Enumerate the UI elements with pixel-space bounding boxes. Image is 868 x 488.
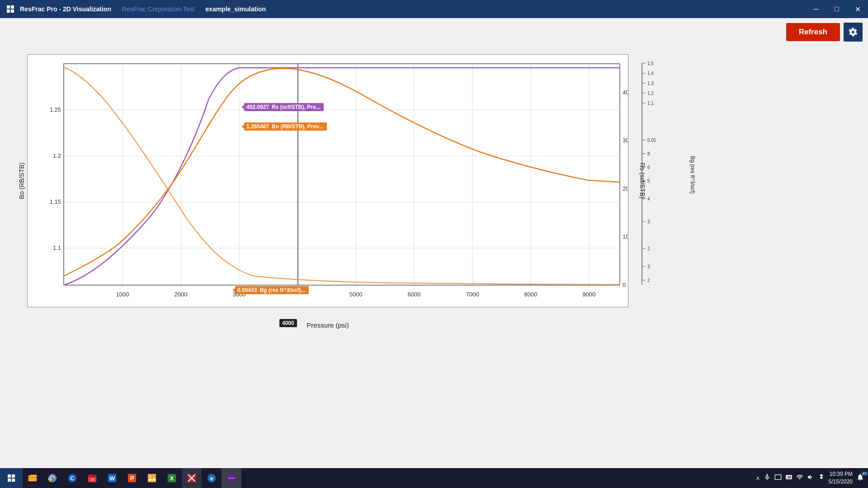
tooltip-rs: 452.0927 Rs (scf/STB), Pre... (244, 103, 324, 111)
svg-text:3: 3 (647, 264, 650, 269)
tray-up-icon[interactable]: ∧ (756, 475, 760, 481)
svg-point-85 (150, 476, 151, 478)
svg-rect-71 (28, 476, 37, 482)
clock-date: 5/15/2020 (829, 478, 853, 486)
svg-text:0: 0 (623, 282, 626, 288)
svg-text:2: 2 (647, 278, 650, 283)
main-content: Refresh Bo (RB/STB) Rs (scf/STB) Pressur… (0, 18, 868, 468)
tooltip-rs-label: Rs (scf/STB), Pre... (272, 104, 320, 110)
svg-text:1.2: 1.2 (53, 152, 61, 159)
refresh-button[interactable]: Refresh (786, 23, 840, 41)
svg-rect-84 (148, 474, 156, 482)
svg-text:200: 200 (623, 185, 628, 192)
svg-text:6: 6 (647, 165, 650, 170)
svg-text:1.25: 1.25 (50, 106, 61, 113)
svg-text:0.01: 0.01 (647, 138, 656, 143)
clock-time: 10:39 PM (829, 470, 853, 478)
taskbar-clock[interactable]: 10:39 PM 5/15/2020 (829, 470, 853, 486)
svg-rect-5 (28, 55, 628, 307)
svg-text:7000: 7000 (466, 291, 479, 298)
taskbar-icon-app1[interactable] (182, 468, 202, 488)
tooltip-bg: 0.00433 Bg (res ft^3/scf)... (235, 286, 309, 294)
app-icon (5, 4, 15, 14)
svg-text:1000: 1000 (116, 291, 129, 298)
svg-text:1.5: 1.5 (647, 61, 654, 66)
tray-screen-icon[interactable] (774, 474, 782, 483)
taskbar: C 26 W P X (0, 468, 868, 488)
svg-text:W: W (109, 475, 115, 482)
taskbar-icon-edge[interactable]: e (202, 468, 222, 488)
svg-text:3: 3 (647, 219, 650, 224)
company-title: ResFrac Corporation-Test (122, 5, 194, 13)
svg-text:300: 300 (623, 137, 628, 144)
taskbar-icon-powerpoint[interactable]: P (122, 468, 142, 488)
tray-wifi-icon[interactable] (796, 474, 803, 483)
svg-rect-1 (11, 5, 14, 9)
notification-badge: 40 (861, 471, 868, 476)
tooltip-bo-label: Bo (RB/STB), Prev... (272, 123, 323, 130)
tooltip-bg-label: Bg (res ft^3/scf)... (259, 287, 305, 293)
svg-rect-69 (8, 479, 11, 482)
taskbar-icon-excel[interactable]: X (162, 468, 182, 488)
y-left-axis-label: Bo (RB/STB) (18, 163, 25, 199)
tooltip-bo-value: 1.265467 (246, 123, 269, 130)
tooltip-bg-value: 0.00433 (237, 287, 257, 293)
svg-text:1.3: 1.3 (647, 81, 654, 86)
svg-text:5: 5 (647, 178, 650, 183)
svg-text:P: P (130, 475, 134, 482)
taskbar-icon-antivirus[interactable]: C (62, 468, 82, 488)
minimize-button[interactable]: ─ (806, 0, 826, 18)
svg-text:2: 2 (647, 246, 650, 251)
svg-text:2000: 2000 (175, 291, 188, 298)
taskbar-icon-word[interactable]: W (102, 468, 122, 488)
svg-rect-67 (8, 474, 11, 478)
y-right2-axis-label: Bg (res ft^3/scf) (689, 156, 696, 194)
taskbar-icon-chrome[interactable] (42, 468, 62, 488)
bg-axis-svg: 1.5 1.4 1.3 1.2 1.1 0.01 8 6 5 4 3 2 3 2 (637, 54, 683, 307)
taskbar-icon-photo[interactable] (142, 468, 162, 488)
start-button[interactable] (0, 468, 23, 488)
tooltip-rs-value: 452.0927 (246, 104, 269, 110)
svg-text:e: e (210, 475, 213, 482)
svg-rect-68 (12, 474, 15, 478)
taskbar-icon-explorer[interactable] (23, 468, 42, 488)
svg-text:8000: 8000 (524, 291, 538, 298)
toolbar: Refresh (786, 23, 863, 42)
taskbar-icon-calendar[interactable]: 26 (82, 468, 102, 488)
chart-svg[interactable]: 1000 2000 3000 5000 6000 7000 8000 9000 … (27, 54, 628, 307)
tray-volume-icon[interactable] (807, 474, 814, 483)
svg-text:1.1: 1.1 (53, 244, 61, 251)
svg-text:X: X (170, 475, 174, 482)
tray-mic-icon[interactable] (764, 474, 771, 483)
taskbar-right: ∧ (756, 470, 868, 486)
tooltip-bo: 1.265467 Bo (RB/STB), Prev... (244, 122, 327, 131)
svg-text:100: 100 (623, 233, 628, 240)
svg-text:8: 8 (647, 151, 650, 156)
svg-text:1.1: 1.1 (647, 101, 654, 106)
simulation-title: example_simulation (205, 5, 266, 13)
crosshair-x-value: 4000 (282, 320, 294, 326)
svg-text:1.15: 1.15 (50, 198, 61, 205)
tray-dropbox-icon[interactable] (818, 474, 825, 483)
svg-rect-70 (12, 479, 15, 482)
title-bar: ResFrac Pro - 2D Visualization ResFrac C… (0, 0, 868, 18)
tray-keyboard-icon[interactable] (785, 474, 793, 483)
settings-button[interactable] (844, 23, 863, 42)
notification-button[interactable]: 40 (856, 473, 864, 483)
svg-text:400: 400 (623, 89, 628, 96)
maximize-button[interactable]: □ (826, 0, 847, 18)
svg-rect-2 (7, 9, 10, 13)
svg-text:9000: 9000 (583, 291, 596, 298)
x-axis-label: Pressure (psi) (307, 321, 349, 329)
window-controls: ─ □ ✕ (806, 0, 868, 18)
svg-text:5000: 5000 (349, 291, 363, 298)
app-title: ResFrac Pro - 2D Visualization (20, 5, 111, 13)
svg-text:C: C (70, 475, 74, 482)
close-button[interactable]: ✕ (847, 0, 868, 18)
svg-text:26: 26 (90, 478, 94, 482)
svg-text:1.4: 1.4 (647, 71, 654, 76)
chart-container[interactable]: Bo (RB/STB) Rs (scf/STB) Pressure (psi) (27, 54, 628, 307)
tooltip-x: 4000 (279, 319, 297, 327)
svg-rect-78 (88, 475, 96, 478)
taskbar-icon-resfrac[interactable] (222, 468, 241, 488)
